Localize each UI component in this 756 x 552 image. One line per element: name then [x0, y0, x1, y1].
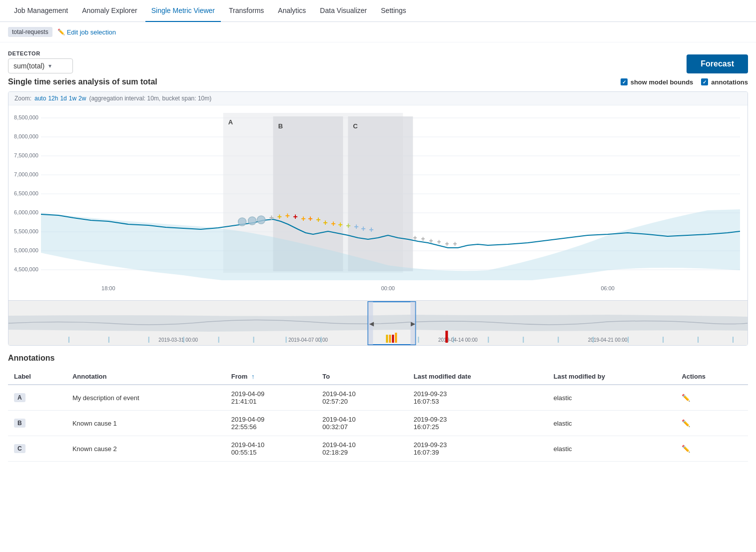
- detector-label: Detector: [8, 50, 73, 56]
- svg-text:+: +: [323, 218, 328, 227]
- col-last-modified-by: Last modified by: [548, 369, 676, 385]
- svg-rect-71: [253, 337, 254, 343]
- col-from[interactable]: From ↑: [225, 369, 316, 385]
- svg-text:+: +: [285, 211, 290, 220]
- edit-job-label: Edit job selection: [67, 28, 116, 36]
- svg-text:+: +: [445, 240, 449, 248]
- svg-text:+: +: [316, 215, 321, 224]
- show-model-bounds-label: show model bounds: [631, 78, 694, 86]
- detector-control: Detector sum(total) ▾: [8, 50, 73, 73]
- svg-rect-80: [628, 337, 629, 343]
- svg-rect-74: [418, 337, 419, 343]
- svg-text:+: +: [331, 219, 336, 228]
- svg-text:◀: ◀: [369, 320, 374, 327]
- col-to: To: [316, 369, 407, 385]
- chart-wrapper: Zoom: auto 12h 1d 1w 2w (aggregation int…: [8, 91, 748, 346]
- svg-rect-75: [453, 337, 454, 343]
- show-model-bounds-checkbox[interactable]: ✓: [621, 78, 628, 85]
- svg-text:+: +: [453, 240, 457, 248]
- sort-asc-icon: ↑: [251, 373, 255, 380]
- zoom-auto[interactable]: auto: [34, 95, 46, 102]
- zoom-1w[interactable]: 1w: [69, 95, 76, 102]
- sub-header: total-requests ✏️ Edit job selection: [0, 22, 756, 42]
- svg-text:8,500,000: 8,500,000: [14, 114, 38, 120]
- row-actions-cell: ✏️: [676, 436, 748, 462]
- svg-rect-82: [698, 337, 699, 343]
- nav-item-settings[interactable]: Settings: [375, 0, 412, 22]
- svg-rect-68: [148, 337, 149, 343]
- row-annotation-cell: Known cause 1: [66, 411, 225, 436]
- row-last-modified-date-cell: 2019-09-2316:07:53: [408, 385, 548, 411]
- zoom-label: Zoom:: [14, 95, 31, 102]
- forecast-button[interactable]: Forecast: [687, 54, 748, 73]
- svg-text:2019-04-14 00:00: 2019-04-14 00:00: [438, 337, 478, 343]
- edit-annotation-icon[interactable]: ✏️: [682, 445, 690, 453]
- svg-rect-76: [488, 337, 489, 343]
- table-row: C Known cause 2 2019-04-1000:55:15 2019-…: [8, 436, 748, 462]
- edit-annotation-icon[interactable]: ✏️: [682, 394, 690, 402]
- detector-section: Detector sum(total) ▾ Forecast: [0, 42, 756, 77]
- annotations-table: Label Annotation From ↑ To Last modified…: [8, 369, 748, 462]
- svg-text:+: +: [308, 214, 313, 223]
- svg-rect-24: [348, 116, 413, 271]
- row-from-cell: 2019-04-0922:55:56: [225, 411, 316, 436]
- pencil-icon: ✏️: [57, 28, 65, 35]
- svg-text:00:00: 00:00: [381, 285, 395, 291]
- svg-rect-70: [218, 337, 219, 343]
- svg-text:+: +: [437, 238, 441, 246]
- annotations-control[interactable]: ✓ annotations: [701, 78, 748, 86]
- annotation-label-badge: A: [14, 393, 25, 402]
- row-actions-cell: ✏️: [676, 411, 748, 436]
- svg-text:+: +: [269, 213, 274, 222]
- svg-point-30: [257, 216, 265, 224]
- row-last-modified-by-cell: elastic: [548, 411, 676, 436]
- svg-text:+: +: [301, 214, 306, 223]
- row-last-modified-date-cell: 2019-09-2316:07:25: [408, 411, 548, 436]
- row-label-cell: B: [8, 411, 66, 436]
- svg-text:18:00: 18:00: [101, 285, 115, 291]
- mini-chart[interactable]: ◀ ▶ 2019-03-31 00:00 2019-04-07 00:00 20…: [8, 300, 748, 345]
- svg-text:▶: ▶: [411, 320, 416, 327]
- nav-item-anomaly-explorer[interactable]: Anomaly Explorer: [76, 0, 143, 22]
- svg-rect-78: [558, 337, 559, 343]
- svg-rect-62: [389, 335, 391, 343]
- row-label-cell: C: [8, 436, 66, 462]
- zoom-2w[interactable]: 2w: [78, 95, 86, 102]
- zoom-bar: Zoom: auto 12h 1d 1w 2w (aggregation int…: [8, 92, 748, 105]
- nav-item-analytics[interactable]: Analytics: [272, 0, 312, 22]
- top-nav: Job Management Anomaly Explorer Single M…: [0, 0, 756, 22]
- edit-job-selection-link[interactable]: ✏️ Edit job selection: [57, 28, 116, 36]
- svg-text:7,500,000: 7,500,000: [14, 152, 38, 158]
- zoom-12h[interactable]: 12h: [48, 95, 58, 102]
- row-to-cell: 2019-04-1002:18:29: [316, 436, 407, 462]
- svg-text:5,000,000: 5,000,000: [14, 247, 38, 253]
- nav-item-single-metric-viewer[interactable]: Single Metric Viewer: [145, 0, 221, 22]
- svg-rect-79: [593, 337, 594, 343]
- detector-value: sum(total): [13, 62, 44, 70]
- nav-item-data-visualizer[interactable]: Data Visualizer: [314, 0, 373, 22]
- svg-rect-73: [321, 337, 322, 343]
- row-label-cell: A: [8, 385, 66, 411]
- nav-item-job-management[interactable]: Job Management: [8, 0, 74, 22]
- col-from-label: From: [231, 373, 248, 380]
- svg-text:7,000,000: 7,000,000: [14, 171, 38, 177]
- svg-text:+: +: [421, 235, 425, 243]
- nav-item-transforms[interactable]: Transforms: [223, 0, 270, 22]
- svg-text:2019-03-31 00:00: 2019-03-31 00:00: [158, 337, 198, 343]
- detector-dropdown[interactable]: sum(total) ▾: [8, 58, 73, 73]
- chart-section: Single time series analysis of sum total…: [0, 77, 756, 346]
- svg-rect-81: [663, 337, 664, 343]
- annotations-checkbox[interactable]: ✓: [701, 78, 708, 85]
- svg-text:+: +: [293, 212, 298, 221]
- zoom-1d[interactable]: 1d: [60, 95, 66, 102]
- edit-annotation-icon[interactable]: ✏️: [682, 419, 690, 427]
- svg-text:+: +: [361, 224, 366, 233]
- annotations-label: annotations: [711, 78, 748, 86]
- show-model-bounds-control[interactable]: ✓ show model bounds: [621, 78, 694, 86]
- row-annotation-cell: My description of event: [66, 385, 225, 411]
- svg-text:06:00: 06:00: [601, 285, 614, 291]
- col-last-modified-date: Last modified date: [408, 369, 548, 385]
- row-last-modified-by-cell: elastic: [548, 436, 676, 462]
- row-from-cell: 2019-04-1000:55:15: [225, 436, 316, 462]
- svg-rect-65: [445, 331, 448, 343]
